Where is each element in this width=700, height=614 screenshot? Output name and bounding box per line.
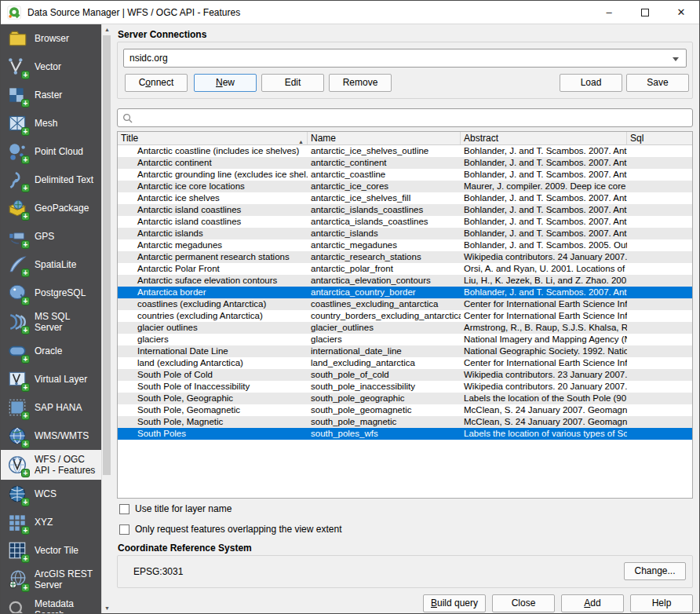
- table-row[interactable]: Antarctic megadunesantarctic_megadunesBo…: [118, 239, 692, 251]
- sidebar-item-wms-wmts[interactable]: +WMS/WMTS: [1, 422, 101, 450]
- cell-abstract: Wikipedia contributors. 23 January 2007.…: [461, 369, 627, 381]
- table-row[interactable]: Antarctic coastline (includes ice shelve…: [118, 145, 692, 157]
- cell-sql: [627, 157, 692, 169]
- minimize-button[interactable]: –: [591, 1, 627, 24]
- use-title-checkbox[interactable]: [119, 504, 129, 514]
- sidebar-item-sap-hana[interactable]: +SAP HANA: [1, 393, 101, 422]
- search-input[interactable]: [137, 110, 692, 126]
- close-button[interactable]: Close: [492, 594, 555, 612]
- xyz-icon: +: [7, 512, 27, 532]
- cell-title: Antarctic ice core locations: [118, 181, 308, 192]
- sidebar-item-delimited-text[interactable]: +Delimited Text: [1, 166, 101, 194]
- sidebar-item-postgresql[interactable]: +PostgreSQL: [1, 279, 101, 307]
- column-header-abstract[interactable]: Abstract: [461, 132, 627, 144]
- sidebar-item-arcgis-rest-server[interactable]: +ArcGIS REST Server: [1, 565, 101, 594]
- table-row[interactable]: South Pole, Geomagneticsouth_pole_geomag…: [118, 404, 692, 416]
- table-row[interactable]: land (excluding Antarctica)land_excludin…: [118, 357, 692, 369]
- overlap-checkbox[interactable]: [119, 524, 129, 535]
- cell-name: south_pole_magnetic: [308, 416, 461, 428]
- sidebar-item-ms-sql-server[interactable]: +MS SQL Server: [1, 307, 101, 337]
- table-row[interactable]: South Pole of Coldsouth_pole_of_coldWiki…: [118, 369, 692, 381]
- table-row[interactable]: South Pole, Magneticsouth_pole_magneticM…: [118, 416, 692, 428]
- vector-icon: +: [7, 57, 27, 77]
- crs-value: EPSG:3031: [133, 566, 183, 577]
- column-header-sql[interactable]: Sql: [627, 132, 692, 144]
- cell-name: antarctica_islands_coastlines: [308, 216, 461, 228]
- help-button[interactable]: Help: [630, 594, 693, 612]
- sidebar-item-browser[interactable]: Browser: [1, 24, 101, 53]
- table-row[interactable]: coastlines (excluding Antarctica)coastli…: [118, 298, 692, 310]
- table-row[interactable]: glaciersglaciersNational Imagery and Map…: [118, 334, 692, 345]
- table-row[interactable]: South Pole, Geographicsouth_pole_geograp…: [118, 393, 692, 404]
- connection-select[interactable]: nsidc.org: [123, 49, 687, 68]
- maximize-button[interactable]: [627, 1, 663, 24]
- cell-name: antarctic_ice_cores: [308, 181, 461, 192]
- sidebar-item-oracle[interactable]: +Oracle: [1, 337, 101, 365]
- sidebar-item-vector-tile[interactable]: +Vector Tile: [1, 536, 101, 565]
- cell-title: Antarctic Polar Front: [118, 263, 308, 275]
- cell-abstract: Center for International Earth Science I…: [461, 357, 627, 369]
- sidebar-item-virtual-layer[interactable]: +Virtual Layer: [1, 365, 101, 393]
- change-crs-button[interactable]: Change...: [624, 562, 686, 580]
- new-button[interactable]: New: [194, 74, 257, 92]
- sidebar-item-label: WMS/WMTS: [35, 430, 89, 441]
- table-row[interactable]: Antarctic continentantarctic_continentBo…: [118, 157, 692, 169]
- table-row[interactable]: Antarctic Polar Frontantarctic_polar_fro…: [118, 263, 692, 275]
- cell-name: coastlines_excluding_antarctica: [308, 298, 461, 310]
- load-button[interactable]: Load: [560, 74, 622, 92]
- table-row[interactable]: Antarctic islandsantarctic_islandsBohlan…: [118, 228, 692, 239]
- table-row[interactable]: Antarctic suface elevation contoursantar…: [118, 275, 692, 287]
- table-row[interactable]: Antarctic island coastlinesantarctica_is…: [118, 216, 692, 228]
- sidebar-item-point-cloud[interactable]: +Point Cloud: [1, 137, 101, 166]
- sidebar-item-mesh[interactable]: +Mesh: [1, 109, 101, 137]
- sidebar-item-geopackage[interactable]: +GeoPackage: [1, 194, 101, 222]
- remove-button[interactable]: Remove: [329, 74, 392, 92]
- column-header-title[interactable]: Title ▲: [118, 132, 308, 144]
- column-header-name[interactable]: Name: [308, 132, 461, 144]
- raster-icon: +: [7, 85, 27, 105]
- table-row[interactable]: South Pole of Inaccessibilitysouth_pole_…: [118, 381, 692, 393]
- table-row[interactable]: Antarctic island coastlinesantarctic_isl…: [118, 204, 692, 216]
- sidebar-item-label: Mesh: [35, 118, 57, 129]
- cell-name: land_excluding_antarctica: [308, 357, 461, 369]
- cell-sql: [627, 310, 692, 322]
- close-window-button[interactable]: ✕: [663, 1, 699, 24]
- cell-abstract: Bohlander, J. and T. Scambos. 2007. Ant.…: [461, 204, 627, 216]
- connect-button[interactable]: Connect: [125, 74, 188, 92]
- table-row[interactable]: glacier outlinesglacier_outlinesArmstron…: [118, 322, 692, 334]
- overlap-option[interactable]: Only request features overlapping the vi…: [119, 524, 341, 535]
- cell-abstract: Bohlander, J. and T. Scambos. 2007. Ant.…: [461, 145, 627, 157]
- cell-abstract: National Geographic Society. 1992. Natio…: [461, 345, 627, 357]
- use-title-option[interactable]: Use title for layer name: [119, 503, 232, 514]
- table-row[interactable]: Antarctic permanent research stationsant…: [118, 251, 692, 263]
- sidebar-item-xyz[interactable]: +XYZ: [1, 508, 101, 536]
- table-row[interactable]: Antarctic ice core locationsantarctic_ic…: [118, 181, 692, 192]
- sidebar-item-metadata-search[interactable]: Metadata Search: [1, 594, 101, 613]
- sidebar-item-label: Virtual Layer: [35, 374, 87, 385]
- sidebar-item-gps[interactable]: +GPS: [1, 222, 101, 250]
- table-row[interactable]: Antarctic ice shelvesantarctic_ice_shelv…: [118, 192, 692, 204]
- table-row[interactable]: Antarctica borderantarctica_country_bord…: [118, 287, 692, 298]
- qgis-logo-icon: [7, 5, 21, 20]
- sidebar-scrollbar[interactable]: ▲ ▼: [101, 24, 111, 613]
- mesh-icon: +: [7, 113, 27, 133]
- scrollbar-thumb[interactable]: [103, 35, 111, 475]
- table-row[interactable]: International Date Lineinternational_dat…: [118, 345, 692, 357]
- build-query-button[interactable]: Build query: [423, 594, 486, 612]
- cell-sql: [627, 251, 692, 263]
- table-row[interactable]: South Polessouth_poles_wfsLabels the loc…: [118, 428, 692, 440]
- sidebar-item-wcs[interactable]: +WCS: [1, 480, 101, 508]
- save-button[interactable]: Save: [626, 74, 689, 92]
- sidebar-item-wfs-ogc-api-features[interactable]: +WFS / OGC API - Features: [1, 450, 101, 480]
- add-button[interactable]: Add: [561, 594, 624, 612]
- add-plus-badge-icon: +: [21, 326, 30, 334]
- cell-name: glacier_outlines: [308, 322, 461, 334]
- cell-title: South Poles: [118, 428, 308, 440]
- sidebar-item-raster[interactable]: +Raster: [1, 81, 101, 109]
- cell-title: Antarctica border: [118, 287, 308, 298]
- table-row[interactable]: Antarctic grounding line (excludes ice s…: [118, 169, 692, 181]
- edit-button[interactable]: Edit: [261, 74, 324, 92]
- sidebar-item-spatialite[interactable]: +SpatiaLite: [1, 250, 101, 279]
- sidebar-item-vector[interactable]: +Vector: [1, 53, 101, 81]
- table-row[interactable]: countries (excluding Antarctica)country_…: [118, 310, 692, 322]
